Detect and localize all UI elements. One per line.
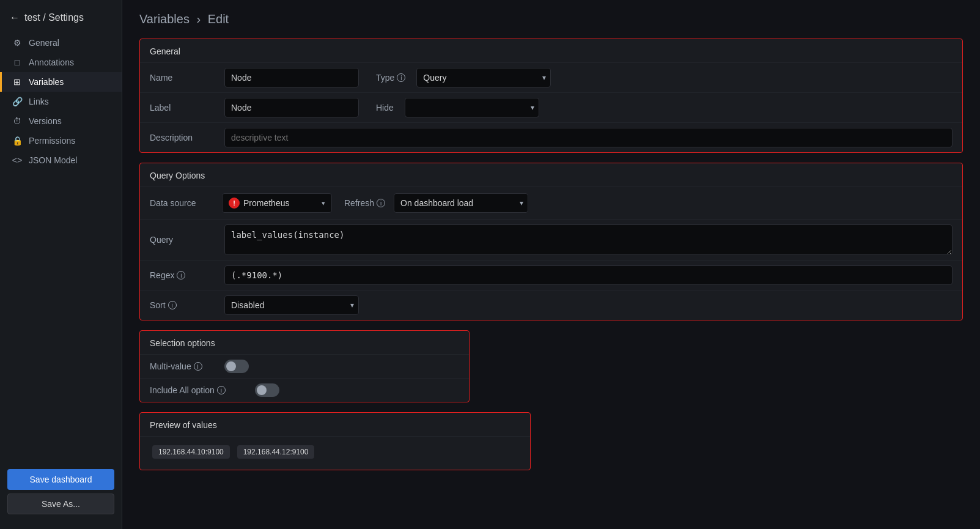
sidebar-item-label: Annotations	[29, 57, 74, 67]
sidebar-title: ← test / Settings	[0, 7, 122, 33]
selection-section-title: Selection options	[140, 331, 469, 354]
regex-input[interactable]	[224, 265, 952, 285]
sidebar-item-permissions[interactable]: 🔒 Permissions	[0, 131, 122, 150]
query-section-title: Query Options	[140, 163, 962, 187]
name-input[interactable]	[224, 68, 359, 87]
page-separator: ›	[196, 12, 201, 26]
sidebar-item-label: Permissions	[29, 136, 75, 146]
save-dashboard-button[interactable]: Save dashboard	[7, 469, 114, 490]
sidebar-item-label: Variables	[29, 77, 64, 87]
datasource-label: Data source	[150, 198, 217, 208]
permissions-icon: 🔒	[12, 136, 23, 146]
refresh-label: Refresh i	[344, 198, 385, 208]
preview-value-2: 192.168.44.12:9100	[237, 445, 315, 459]
sort-info-icon: i	[168, 301, 177, 309]
save-as-button[interactable]: Save As...	[7, 494, 114, 514]
datasource-row: Data source ! Prometheus ▾ Refresh i On …	[140, 187, 962, 219]
sidebar-item-label: Versions	[29, 116, 62, 126]
multivalue-row: Multi-value i	[140, 354, 469, 378]
json-icon: <>	[12, 155, 23, 165]
links-icon: 🔗	[12, 97, 23, 106]
multivalue-label: Multi-value i	[150, 361, 217, 371]
sidebar-item-label: General	[29, 38, 59, 48]
description-input[interactable]	[224, 128, 952, 147]
prometheus-icon: !	[229, 198, 240, 209]
include-all-info-icon: i	[217, 386, 226, 394]
include-all-label: Include All option i	[150, 385, 248, 395]
main-content: Variables › Edit General Name Type i Que…	[122, 0, 980, 529]
sidebar-item-variables[interactable]: ⊞ Variables	[0, 72, 122, 92]
preview-values-row: 192.168.44.10:9100 192.168.44.12:9100	[140, 436, 530, 470]
name-label: Name	[150, 73, 217, 83]
multivalue-info-icon: i	[194, 362, 202, 371]
hide-label: Hide	[376, 103, 394, 113]
query-section: Query Options Data source ! Prometheus ▾…	[139, 163, 963, 320]
sort-label: Sort i	[150, 300, 217, 310]
sidebar-item-label: JSON Model	[29, 155, 77, 165]
preview-section: Preview of values 192.168.44.10:9100 192…	[139, 412, 531, 470]
sidebar-item-general[interactable]: ⚙ General	[0, 33, 122, 53]
dashboard-title: test / Settings	[24, 12, 84, 23]
label-input[interactable]	[224, 98, 359, 117]
regex-info-icon: i	[177, 271, 185, 279]
annotations-icon: □	[12, 57, 23, 67]
general-icon: ⚙	[12, 38, 23, 48]
general-section: General Name Type i Query Label Hide Lab…	[139, 39, 963, 153]
description-label: Description	[150, 133, 217, 142]
hide-select[interactable]: Label Variable	[405, 98, 539, 117]
refresh-info-icon: i	[377, 199, 385, 207]
query-row: Query label_values(instance)	[140, 219, 962, 260]
versions-icon: ⏱	[12, 116, 23, 126]
datasource-name: Prometheus	[243, 198, 318, 208]
description-row: Description	[140, 122, 962, 152]
type-info-icon: i	[397, 73, 405, 82]
chevron-down-icon: ▾	[322, 199, 325, 207]
include-all-toggle[interactable]	[255, 383, 279, 397]
sidebar-item-links[interactable]: 🔗 Links	[0, 92, 122, 111]
multivalue-toggle[interactable]	[224, 360, 249, 373]
variables-icon: ⊞	[12, 77, 23, 87]
preview-section-title: Preview of values	[140, 413, 530, 436]
type-select[interactable]: Query	[416, 68, 551, 87]
regex-label: Regex i	[150, 270, 217, 280]
refresh-select[interactable]: On dashboard loadOn time range changeNev…	[394, 193, 528, 213]
name-row: Name Type i Query	[140, 62, 962, 92]
sort-select[interactable]: Disabled Alphabetical (asc) Alphabetical…	[224, 295, 359, 315]
sort-row: Sort i Disabled Alphabetical (asc) Alpha…	[140, 290, 962, 320]
back-arrow[interactable]: ←	[10, 12, 20, 23]
general-section-title: General	[140, 39, 962, 62]
sidebar: ← test / Settings ⚙ General □ Annotation…	[0, 0, 122, 529]
query-label: Query	[150, 235, 217, 245]
query-input[interactable]: label_values(instance)	[224, 224, 952, 255]
type-label: Type i	[376, 73, 405, 83]
sidebar-item-versions[interactable]: ⏱ Versions	[0, 111, 122, 131]
sidebar-item-annotations[interactable]: □ Annotations	[0, 53, 122, 72]
page-title: Variables › Edit	[139, 12, 963, 26]
include-all-row: Include All option i	[140, 378, 469, 402]
selection-section: Selection options Multi-value i Include …	[139, 330, 470, 402]
sidebar-item-label: Links	[29, 97, 49, 106]
sidebar-item-json-model[interactable]: <> JSON Model	[0, 150, 122, 170]
datasource-select[interactable]: ! Prometheus ▾	[222, 193, 332, 213]
label-row: Label Hide Label Variable	[140, 92, 962, 122]
preview-value-1: 192.168.44.10:9100	[152, 445, 230, 459]
regex-row: Regex i	[140, 260, 962, 290]
label-label: Label	[150, 103, 217, 113]
